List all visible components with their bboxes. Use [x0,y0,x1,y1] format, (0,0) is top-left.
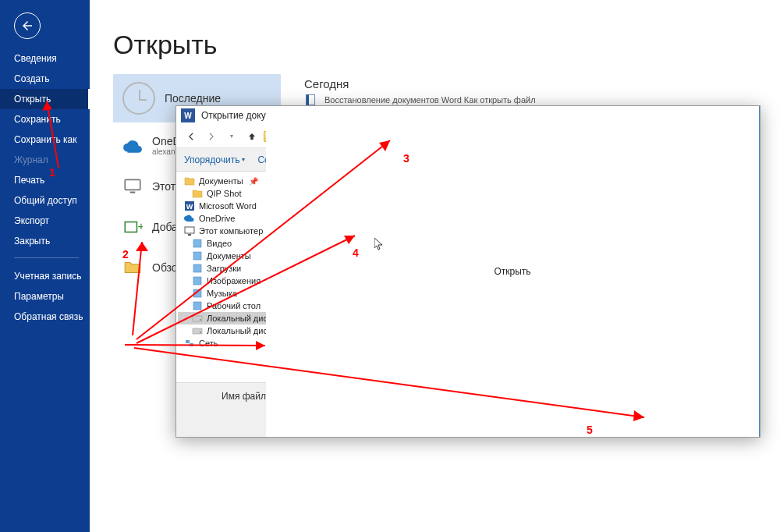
word-doc-icon [304,94,317,106]
tree-node-label: Загрузки [207,264,241,273]
svg-point-30 [200,332,201,333]
open-file-dialog: W Открытие документа ▾ Пользователи›Алек… [176,105,760,438]
tree-node-label: Музыка [207,289,237,298]
open-button[interactable]: Открыть ▼ [612,411,679,429]
svg-rect-5 [307,94,309,105]
sidebar-item[interactable]: Экспорт [0,211,90,231]
sidebar-item[interactable]: Создать [0,69,90,89]
clock-icon [122,82,155,115]
tree-node[interactable]: WMicrosoft Word [178,200,275,212]
sidebar-separator [14,257,79,258]
svg-rect-23 [193,264,201,272]
folder-tree[interactable]: Документы📌QIP ShotWMicrosoft WordOneDriv… [176,172,278,382]
sidebar-item[interactable]: Печать [0,170,90,190]
svg-rect-26 [193,302,201,310]
tree-node[interactable]: OneDrive [178,212,275,225]
dialog-bottom-panel: Имя файла: Все файлы (*.*) Сервис ▾ Откр… [176,382,760,437]
tree-node[interactable]: Рабочий стол [178,300,275,312]
cloud-icon [122,136,143,156]
word-app-icon: W [181,108,195,122]
plus-icon: + [122,217,143,237]
svg-text:+: + [138,219,144,232]
tree-node-label: Microsoft Word [199,201,257,211]
svg-point-28 [200,319,201,321]
tree-node[interactable]: Локальный дис [178,325,275,337]
sidebar-item[interactable]: Сохранить как [0,129,90,150]
section-today: Сегодня [304,77,757,90]
arrow-right-icon [206,131,217,142]
tree-node[interactable]: Локальный дис [178,312,275,325]
arrow-left-icon [186,131,197,142]
tree-node-label: Видео [207,239,232,248]
annotation-2: 2 [122,248,129,261]
disk-icon [192,314,203,323]
nav-back-button[interactable] [183,128,200,145]
svg-rect-22 [193,252,201,260]
svg-rect-2 [125,222,136,232]
tree-node[interactable]: Документы [178,250,275,262]
organize-button[interactable]: Упорядочить ▾ [184,154,245,165]
tree-node-label: Рабочий стол [207,301,261,310]
pin-icon: 📌 [249,177,258,186]
tree-node-label: QIP Shot [207,189,241,198]
tree-node[interactable]: Изображения [178,275,275,287]
library-icon [192,251,203,261]
folder-icon [192,189,203,198]
sidebar-item[interactable]: Открыть [0,89,90,109]
svg-rect-19 [185,227,194,233]
svg-rect-0 [125,179,140,190]
recent-doc-label: Восстановление документов Word Как откры… [324,95,536,105]
folder-icon [184,176,195,186]
net-icon [184,339,195,348]
page-title: Открыть [113,30,757,60]
place-label: Последние [165,92,221,105]
tree-node[interactable]: Видео [178,237,275,250]
library-icon [192,289,203,298]
svg-rect-20 [188,234,191,236]
onedrive-icon [184,214,195,223]
tree-node[interactable]: Документы📌 [178,175,275,187]
open-button-label: Открыть [266,106,760,437]
svg-rect-24 [193,277,201,285]
svg-text:W: W [186,203,193,211]
sidebar-item[interactable]: Сохранить [0,109,90,129]
library-icon [192,301,203,310]
svg-rect-32 [190,343,193,346]
svg-rect-1 [130,192,136,193]
nav-up-button[interactable] [243,128,261,145]
tree-node-label: Сеть [199,339,218,348]
tree-node[interactable]: QIP Shot [178,187,275,200]
tree-node[interactable]: Этот компьютер [178,225,275,237]
annotation-1: 1 [49,166,55,179]
backstage-sidebar: СведенияСоздатьОткрытьСохранитьСохранить… [0,0,90,532]
disk-icon [192,326,203,335]
library-icon [192,264,203,273]
word-icon: W [184,201,195,211]
sidebar-footer-item[interactable]: Учетная запись [0,266,90,286]
tree-node-label: Этот компьютер [199,226,263,236]
tree-node-label: OneDrive [199,214,235,223]
recent-document[interactable]: Восстановление документов Word Как откры… [304,94,757,106]
sidebar-item[interactable]: Сведения [0,48,90,69]
pc-icon [184,226,195,236]
tree-node-label: Локальный дис [207,326,268,335]
tree-node[interactable]: Музыка [178,287,275,300]
svg-rect-21 [193,239,201,247]
sidebar-item[interactable]: Общий доступ [0,190,90,211]
tree-node-label: Локальный дис [207,314,268,323]
monitor-icon [122,176,143,197]
back-button[interactable] [14,12,41,39]
nav-forward-button[interactable] [203,128,220,145]
nav-recent-button[interactable]: ▾ [223,128,240,145]
svg-rect-25 [193,289,201,297]
library-icon [192,276,203,286]
annotation-3: 3 [403,152,410,165]
sidebar-item[interactable]: Закрыть [0,231,90,251]
sidebar-footer-item[interactable]: Обратная связь [0,307,90,327]
tree-node-label: Изображения [207,276,261,286]
tree-node[interactable]: Загрузки [178,262,275,275]
arrow-left-icon [20,19,34,33]
tree-node[interactable]: Сеть [178,337,275,349]
sidebar-footer-item[interactable]: Параметры [0,286,90,307]
annotation-4: 4 [353,246,359,259]
